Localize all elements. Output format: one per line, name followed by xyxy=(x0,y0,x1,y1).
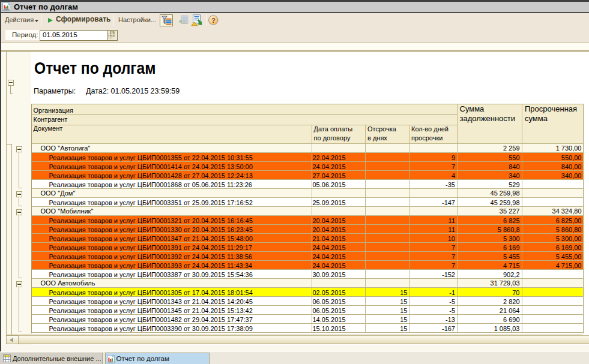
svg-text:?: ? xyxy=(211,17,215,24)
